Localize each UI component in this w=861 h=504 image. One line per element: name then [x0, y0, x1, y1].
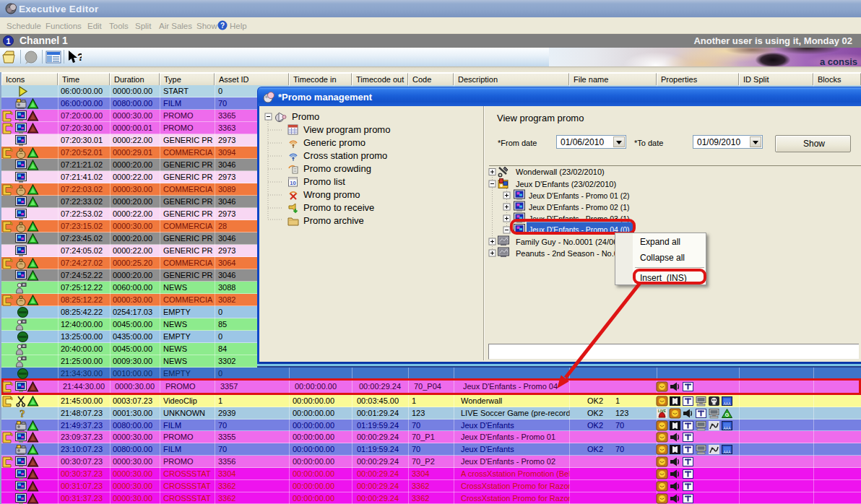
- svg-text:Jeux D'Enfants (23/02/2010): Jeux D'Enfants (23/02/2010): [516, 180, 616, 188]
- svg-text:Family Guy - No.0001 (24/06: Family Guy - No.0001 (24/06: [516, 238, 618, 246]
- svg-text:?: ?: [220, 22, 225, 30]
- svg-text:Jeux D'Enfants - Promo 02 (1): Jeux D'Enfants - Promo 02 (1): [529, 204, 629, 212]
- svg-text:?: ?: [77, 51, 82, 63]
- svg-text:Peanuts - 2nd Season - No.0: Peanuts - 2nd Season - No.0: [516, 249, 618, 258]
- svg-text:Wonderwall (23/02/2010): Wonderwall (23/02/2010): [516, 168, 605, 176]
- svg-text:Jeux D'Enfants - Promo 01 (2): Jeux D'Enfants - Promo 01 (2): [529, 192, 629, 200]
